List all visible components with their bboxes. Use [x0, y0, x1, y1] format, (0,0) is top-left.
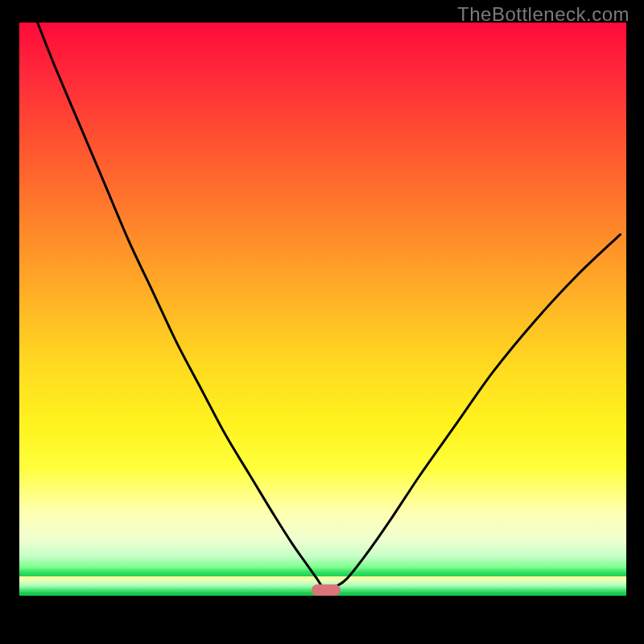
curve-svg [19, 23, 626, 625]
chart-frame: TheBottleneck.com [0, 0, 644, 644]
bottleneck-curve-icon [38, 23, 621, 590]
plot-area [19, 23, 626, 625]
watermark-text: TheBottleneck.com [457, 3, 630, 26]
minimum-marker [312, 584, 341, 596]
